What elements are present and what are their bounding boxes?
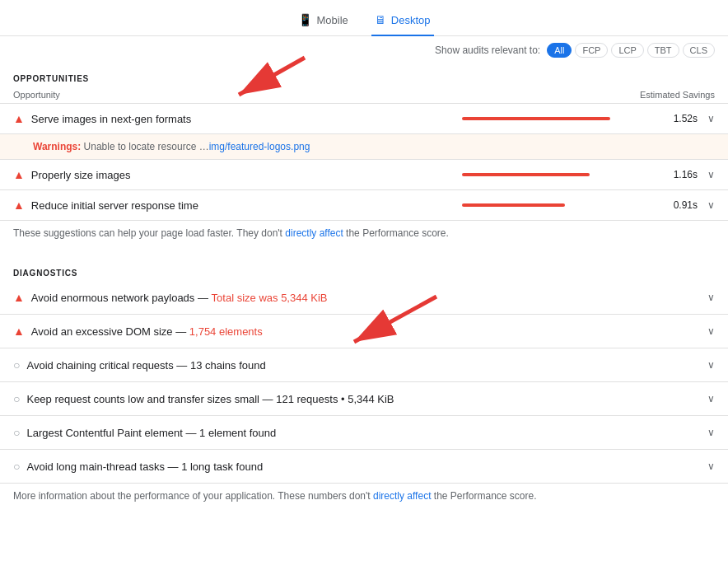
table-header: Opportunity Estimated Savings bbox=[0, 86, 728, 104]
warning-label: Warnings: bbox=[33, 141, 81, 152]
diag-footer-text-after: the Performance score. bbox=[431, 490, 536, 502]
chevron-dom-size[interactable]: ∨ bbox=[707, 325, 715, 337]
filter-chips: All FCP LCP TBT CLS bbox=[547, 43, 715, 58]
warning-text: Unable to locate resource … bbox=[84, 141, 209, 152]
diag-detail-request-counts: 121 requests • 5,344 KiB bbox=[276, 393, 394, 405]
chevron-critical-requests[interactable]: ∨ bbox=[707, 359, 715, 371]
diag-footer-link[interactable]: directly affect bbox=[373, 490, 431, 502]
tab-desktop[interactable]: 🖥 Desktop bbox=[371, 7, 434, 36]
audit-label-reduce-server: Reduce initial server response time bbox=[31, 199, 455, 212]
chip-all[interactable]: All bbox=[547, 43, 572, 58]
audit-bar-container-properly-size bbox=[462, 173, 643, 176]
diag-row-request-counts[interactable]: ○ Keep request counts low and transfer s… bbox=[0, 382, 728, 416]
diag-detail-network-payloads: Total size was 5,344 KiB bbox=[212, 292, 328, 304]
audit-savings-properly-size: 1.16s bbox=[656, 169, 698, 180]
audit-bar-serve-images bbox=[462, 117, 610, 120]
diagnostics-footer: More information about the performance o… bbox=[0, 484, 728, 508]
diag-detail-main-thread: 1 long task found bbox=[181, 460, 263, 473]
desktop-icon: 🖥 bbox=[375, 13, 386, 26]
diag-footer-text-before: More information about the performance o… bbox=[13, 490, 373, 502]
mobile-icon: 📱 bbox=[298, 13, 312, 26]
chevron-request-counts[interactable]: ∨ bbox=[707, 393, 715, 404]
diag-detail-dom-size: 1,754 elements bbox=[189, 325, 263, 338]
chevron-main-thread[interactable]: ∨ bbox=[707, 460, 715, 472]
warning-link[interactable]: img/featured-logos.png bbox=[209, 141, 310, 152]
diag-label-dom-size: Avoid an excessive DOM size — 1,754 elem… bbox=[31, 325, 701, 338]
audit-row-serve-images[interactable]: ▲ Serve images in next-gen formats 1.52s… bbox=[0, 104, 728, 134]
diag-label-critical-requests: Avoid chaining critical requests — 13 ch… bbox=[26, 359, 701, 372]
chip-fcp[interactable]: FCP bbox=[575, 43, 608, 58]
info-icon-main-thread: ○ bbox=[13, 460, 20, 473]
diagnostics-section-label: DIAGNOSTICS bbox=[0, 259, 728, 281]
audit-bar-container-reduce-server bbox=[462, 203, 643, 207]
chevron-lcp-element[interactable]: ∨ bbox=[707, 427, 715, 438]
audit-bar-properly-size bbox=[462, 173, 590, 176]
chip-tbt[interactable]: TBT bbox=[647, 43, 679, 58]
diag-row-main-thread[interactable]: ○ Avoid long main-thread tasks — 1 long … bbox=[0, 450, 728, 484]
info-icon-critical-requests: ○ bbox=[13, 358, 20, 372]
warn-icon-serve-images: ▲ bbox=[13, 112, 25, 125]
opp-footer-link[interactable]: directly affect bbox=[285, 227, 343, 239]
chevron-network-payloads[interactable]: ∨ bbox=[707, 292, 715, 303]
opp-footer-text-after: the Performance score. bbox=[343, 227, 449, 239]
diag-row-critical-requests[interactable]: ○ Avoid chaining critical requests — 13 … bbox=[0, 348, 728, 382]
diag-row-dom-size[interactable]: ▲ Avoid an excessive DOM size — 1,754 el… bbox=[0, 315, 728, 348]
chevron-reduce-server[interactable]: ∨ bbox=[707, 199, 715, 211]
tabs-container: 📱 Mobile 🖥 Desktop bbox=[0, 0, 728, 36]
diag-detail-lcp-element: 1 element found bbox=[199, 427, 276, 439]
filter-bar: Show audits relevant to: All FCP LCP TBT… bbox=[0, 36, 728, 64]
diag-row-lcp-element[interactable]: ○ Largest Contentful Paint element — 1 e… bbox=[0, 416, 728, 450]
audit-savings-serve-images: 1.52s bbox=[656, 113, 698, 124]
warn-icon-properly-size: ▲ bbox=[13, 168, 25, 181]
diag-label-request-counts: Keep request counts low and transfer siz… bbox=[26, 393, 701, 405]
filter-label: Show audits relevant to: bbox=[435, 44, 540, 56]
info-icon-lcp-element: ○ bbox=[13, 426, 20, 439]
diag-label-lcp-element: Largest Contentful Paint element — 1 ele… bbox=[26, 427, 701, 439]
opp-footer-text-before: These suggestions can help your page loa… bbox=[13, 227, 285, 239]
audit-label-serve-images: Serve images in next-gen formats bbox=[31, 113, 455, 125]
tab-mobile[interactable]: 📱 Mobile bbox=[295, 7, 352, 36]
info-icon-request-counts: ○ bbox=[13, 392, 20, 405]
warn-icon-reduce-server: ▲ bbox=[13, 199, 25, 212]
tab-mobile-label: Mobile bbox=[317, 14, 348, 26]
opportunities-section-label: OPPORTUNITIES bbox=[0, 64, 728, 86]
chip-cls[interactable]: CLS bbox=[683, 43, 715, 58]
audit-bar-container-serve-images bbox=[462, 117, 643, 120]
col-opportunity: Opportunity bbox=[13, 90, 60, 100]
warn-icon-network-payloads: ▲ bbox=[13, 291, 25, 304]
warn-icon-dom-size: ▲ bbox=[13, 325, 25, 338]
diag-row-network-payloads[interactable]: ▲ Avoid enormous network payloads — Tota… bbox=[0, 281, 728, 315]
opportunities-footer: These suggestions can help your page loa… bbox=[0, 221, 728, 245]
audit-bar-reduce-server bbox=[462, 203, 565, 207]
diag-label-network-payloads: Avoid enormous network payloads — Total … bbox=[31, 292, 701, 304]
chevron-properly-size[interactable]: ∨ bbox=[707, 169, 715, 180]
warning-banner: Warnings: Unable to locate resource …img… bbox=[0, 134, 728, 160]
audit-row-reduce-server[interactable]: ▲ Reduce initial server response time 0.… bbox=[0, 190, 728, 221]
diag-label-main-thread: Avoid long main-thread tasks — 1 long ta… bbox=[26, 460, 701, 473]
tab-desktop-label: Desktop bbox=[391, 14, 431, 26]
chip-lcp[interactable]: LCP bbox=[611, 43, 643, 58]
col-savings: Estimated Savings bbox=[640, 90, 715, 100]
audit-row-properly-size[interactable]: ▲ Properly size images 1.16s ∨ bbox=[0, 160, 728, 190]
chevron-serve-images[interactable]: ∨ bbox=[707, 113, 715, 124]
audit-savings-reduce-server: 0.91s bbox=[656, 199, 698, 211]
audit-label-properly-size: Properly size images bbox=[31, 169, 455, 181]
diag-detail-critical-requests: 13 chains found bbox=[190, 359, 266, 372]
